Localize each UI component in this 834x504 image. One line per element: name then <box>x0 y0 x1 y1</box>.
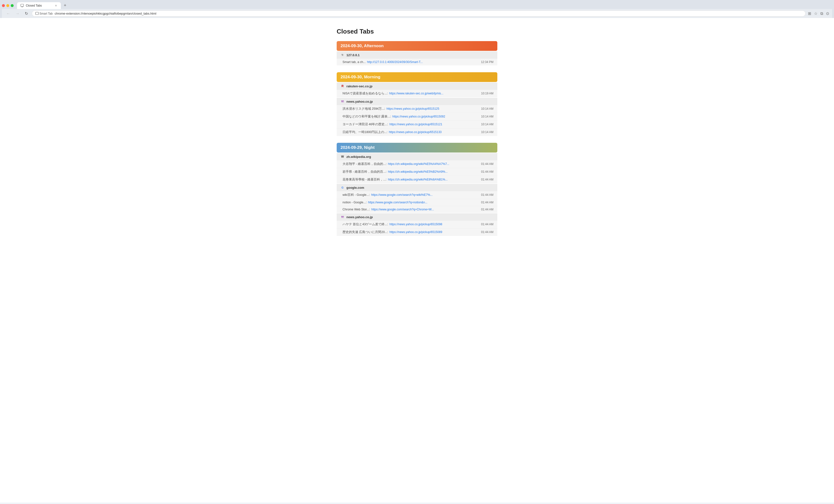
tab-time: 01:44 AM <box>476 208 493 211</box>
tab-description: notion - Google...: https://www.google.c… <box>343 201 475 204</box>
domain-favicon-icon: ↻ <box>341 53 345 57</box>
tab-time: 10:14 AM <box>476 115 493 118</box>
svg-rect-0 <box>21 4 24 6</box>
tab-description: 中国などのウ和平案を検討 露表...: https://news.yahoo.c… <box>343 115 475 119</box>
domain-header: Y!news.yahoo.co.jp <box>337 98 497 105</box>
domain-favicon-icon: G <box>341 186 345 189</box>
reload-button[interactable]: ↻ <box>23 11 29 16</box>
tab-description: Chrome Web Stor...: https://www.google.c… <box>343 208 475 211</box>
tab-url[interactable]: https://zh.wikipedia.org/wiki/%E5%B2%A9%… <box>388 170 447 174</box>
tab-time: 12:34 PM <box>476 60 493 64</box>
tab-description: NISAで資産形成を始めるなら...: https://www.rakuten-… <box>343 91 475 96</box>
page-title: Closed Tabs <box>337 28 497 35</box>
section-night: 2024-09-29, NightWzh.wikipedia.org大谷翔平 -… <box>337 143 497 236</box>
tab-close-button[interactable]: × <box>54 4 58 7</box>
page-content: Closed Tabs 2024-09-30, Afternoon↻127.0.… <box>0 18 834 503</box>
minimize-button[interactable] <box>6 4 9 7</box>
tab-entry[interactable]: ヨーカドー津田沼 46年の歴史...: https://news.yahoo.c… <box>337 121 497 129</box>
tab-time: 01:44 AM <box>476 162 493 166</box>
tab-description: 洪水浸水リスク地域 2594万...: https://news.yahoo.c… <box>343 107 475 111</box>
smart-tab-label: Smart Tab <box>40 12 52 15</box>
domain-name: zh.wikipedia.org <box>346 155 371 159</box>
tab-description: 大谷翔平 - 維基百科，自由的...: https://zh.wikipedia… <box>343 162 475 166</box>
svg-rect-1 <box>21 6 23 7</box>
section-morning: 2024-09-30, MorningRrakuten-sec.co.jpNIS… <box>337 72 497 136</box>
tab-entry[interactable]: 岩手県 - 維基百科，自由的百...: https://zh.wikipedia… <box>337 168 497 176</box>
tab-description: ハヤテ 首位と43ゲーム差で終...: https://news.yahoo.c… <box>343 222 475 226</box>
domain-favicon-icon: W <box>341 155 345 159</box>
domain-favicon-icon: Y! <box>341 215 345 219</box>
tab-manager-icon[interactable]: ⧉ <box>820 12 823 16</box>
section-header-morning: 2024-09-30, Morning <box>337 72 497 82</box>
section-header-afternoon: 2024-09-30, Afternoon <box>337 41 497 51</box>
tab-entry[interactable]: 花巻東高等學校 - 維基百科，...: https://zh.wikipedia… <box>337 176 497 183</box>
tab-url[interactable]: https://news.yahoo.co.jp/pickup/6515089 <box>390 230 442 234</box>
tab-entry[interactable]: NISAで資産形成を始めるなら...: https://www.rakuten-… <box>337 90 497 97</box>
tab-entry[interactable]: Smart tab, a ch... http://127.0.0.1:4000… <box>337 59 497 65</box>
address-bar-row: ← → ↻ Smart Tab chrome-extension://nleno… <box>2 9 832 18</box>
tab-url[interactable]: https://news.yahoo.co.jp/pickup/6515125 <box>387 107 439 110</box>
tab-time: 01:44 AM <box>476 193 493 197</box>
tab-url[interactable]: http://127.0.0.1:4000/2024/09/30/Smart-T… <box>367 60 423 64</box>
tab-url[interactable]: https://news.yahoo.co.jp/pickup/6515133 <box>389 130 442 134</box>
domain-favicon-icon: R <box>341 84 345 88</box>
domain-name: 127.0.0.1 <box>346 53 359 57</box>
tab-entry[interactable]: notion - Google...: https://www.google.c… <box>337 199 497 206</box>
forward-button[interactable]: → <box>14 11 21 16</box>
domain-group: Rrakuten-sec.co.jpNISAで資産形成を始めるなら...: ht… <box>337 83 497 97</box>
tab-entry[interactable]: 日経平均、一時1800円以上の...: https://news.yahoo.c… <box>337 129 497 136</box>
tab-url[interactable]: https://www.rakuten-sec.co.jp/web/lp/nis… <box>389 92 443 95</box>
tab-time: 10:14 AM <box>476 122 493 126</box>
tab-description: ヨーカドー津田沼 46年の歴史...: https://news.yahoo.c… <box>343 122 475 127</box>
address-text: chrome-extension://nlenoepiohkkcgpgchial… <box>54 12 802 15</box>
tab-bar: Closed Tabs × + <box>2 2 832 9</box>
tab-entry[interactable]: ハヤテ 首位と43ゲーム差で終...: https://news.yahoo.c… <box>337 221 497 228</box>
tab-description: 日経平均、一時1800円以上の...: https://news.yahoo.c… <box>343 130 475 134</box>
new-tab-button[interactable]: + <box>62 2 68 9</box>
domain-header: Ggoogle.com <box>337 184 497 191</box>
tab-description: Smart tab, a ch... http://127.0.0.1:4000… <box>343 60 475 64</box>
maximize-button[interactable] <box>11 4 14 7</box>
tab-entry[interactable]: 大谷翔平 - 維基百科，自由的...: https://zh.wikipedia… <box>337 160 497 168</box>
tab-entry[interactable]: Chrome Web Stor...: https://www.google.c… <box>337 206 497 213</box>
tab-time: 01:44 AM <box>476 170 493 174</box>
address-bar[interactable]: Smart Tab chrome-extension://nlenoepiohk… <box>32 10 806 17</box>
back-button[interactable]: ← <box>5 11 12 16</box>
tab-time: 01:44 AM <box>476 223 493 226</box>
window-controls <box>2 4 14 7</box>
tab-url[interactable]: https://www.google.com/search?q=notion&n… <box>368 201 427 204</box>
tab-entry[interactable]: 歴史的失速 広島ついに月間20...: https://news.yahoo.c… <box>337 228 497 236</box>
domain-group: Ggoogle.comwiki百科 - Google...: https://w… <box>337 184 497 213</box>
tab-url[interactable]: https://news.yahoo.co.jp/pickup/6515092 <box>392 115 445 118</box>
tab-url[interactable]: https://www.google.com/search?q=wiki%E7%… <box>371 193 433 197</box>
sections-container: 2024-09-30, Afternoon↻127.0.0.1Smart tab… <box>337 41 497 236</box>
bookmark-icon[interactable]: ☆ <box>814 11 817 16</box>
tab-entry[interactable]: 洪水浸水リスク地域 2594万...: https://news.yahoo.c… <box>337 105 497 113</box>
tab-url[interactable]: https://news.yahoo.co.jp/pickup/6515121 <box>390 122 442 126</box>
close-button[interactable] <box>2 4 5 7</box>
tab-description: 歴史的失速 広島ついに月間20...: https://news.yahoo.c… <box>343 230 475 234</box>
tab-time: 01:44 AM <box>476 230 493 234</box>
tab-description: wiki百科 - Google...: https://www.google.c… <box>343 193 475 197</box>
domain-group: Y!news.yahoo.co.jp洪水浸水リスク地域 2594万...: ht… <box>337 98 497 136</box>
tab-time: 10:14 AM <box>476 107 493 110</box>
domain-name: rakuten-sec.co.jp <box>346 85 372 88</box>
tab-entry[interactable]: 中国などのウ和平案を検討 露表...: https://news.yahoo.c… <box>337 113 497 121</box>
tab-description: 花巻東高等學校 - 維基百科，...: https://zh.wikipedia… <box>343 178 475 182</box>
tab-entry[interactable]: wiki百科 - Google...: https://www.google.c… <box>337 191 497 199</box>
toolbar-icons: ⊞ ☆ ⧉ ⊙ <box>808 11 829 16</box>
tab-url[interactable]: https://zh.wikipedia.org/wiki/%E5%A4%A7%… <box>388 162 449 166</box>
translate-icon[interactable]: ⊞ <box>808 11 811 16</box>
tab-url[interactable]: https://zh.wikipedia.org/wiki/%E8%8A%B1%… <box>388 178 447 181</box>
tab-favicon-icon <box>20 4 24 7</box>
tab-time: 10:14 AM <box>476 130 493 134</box>
smart-tab-icon: Smart Tab <box>35 12 52 15</box>
tab-url[interactable]: https://news.yahoo.co.jp/pickup/6515098 <box>390 223 442 226</box>
domain-group: Wzh.wikipedia.org大谷翔平 - 維基百科，自由的...: htt… <box>337 153 497 183</box>
extensions-icon[interactable]: ⊙ <box>826 11 829 16</box>
tab-description: 岩手県 - 維基百科，自由的百...: https://zh.wikipedia… <box>343 170 475 174</box>
tab-url[interactable]: https://www.google.com/search?q=Chrome+W… <box>371 208 434 211</box>
domain-group: ↻127.0.0.1Smart tab, a ch... http://127.… <box>337 51 497 65</box>
browser-chrome: Closed Tabs × + ← → ↻ Smart Tab chrome-e… <box>0 0 834 18</box>
active-tab[interactable]: Closed Tabs × <box>17 2 61 9</box>
